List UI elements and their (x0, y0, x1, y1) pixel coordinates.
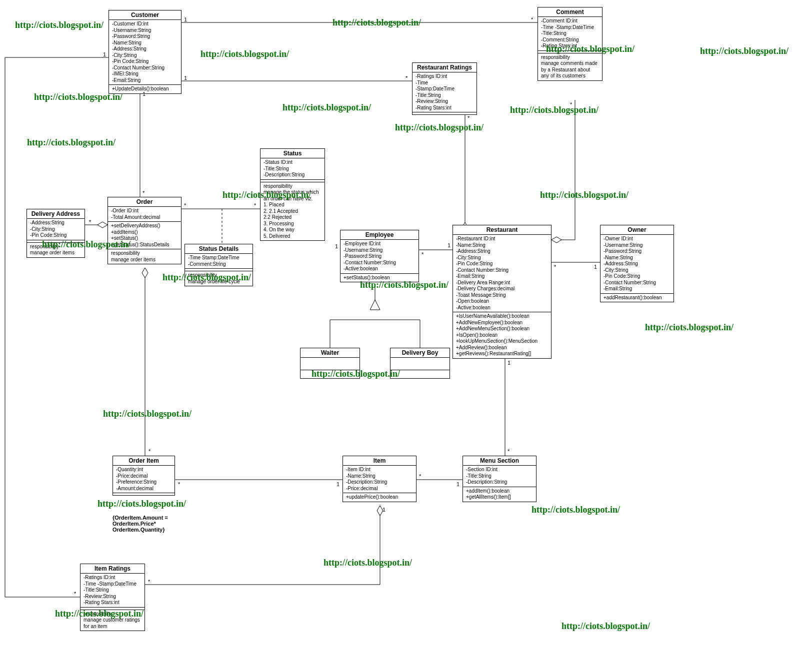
mult: * (406, 75, 408, 81)
mult: * (178, 481, 180, 487)
mult: * (531, 16, 533, 22)
mult: * (148, 448, 150, 454)
mult: * (554, 264, 556, 270)
mult: 1 (448, 242, 450, 248)
mult: 1 (142, 91, 146, 97)
watermark-url: http://ciots.blogspot.in/ (532, 505, 620, 515)
watermark-url: http://ciots.blogspot.in/ (510, 105, 598, 115)
mult: * (74, 591, 76, 597)
watermark-url: http://ciots.blogspot.in/ (360, 280, 448, 290)
watermark-url: http://ciots.blogspot.in/ (546, 44, 634, 54)
watermark-url: http://ciots.blogspot.in/ (395, 122, 484, 133)
class-order: Order -Order ID:int -Total Amount:decima… (108, 197, 182, 264)
svg-marker-23 (552, 237, 562, 243)
mult: 1 (382, 507, 386, 513)
svg-marker-12 (142, 268, 148, 278)
mult: * (419, 473, 421, 479)
mult: 1 (336, 481, 340, 487)
mult: * (184, 202, 186, 208)
class-item: Item -Item ID:int -Name:String -Descript… (342, 456, 416, 502)
watermark-url: http://ciots.blogspot.in/ (222, 190, 311, 200)
svg-marker-27 (370, 300, 380, 310)
mult: 1 (184, 75, 187, 81)
watermark-url: http://ciots.blogspot.in/ (282, 102, 371, 113)
class-delivery-address: Delivery Address -Address:String -City:S… (26, 209, 85, 258)
mult: 1 (508, 360, 510, 366)
svg-marker-7 (98, 222, 108, 228)
watermark-url: http://ciots.blogspot.in/ (34, 92, 122, 102)
uml-canvas: Customer -Customer ID:int -Username:Stri… (0, 0, 800, 672)
watermark-url: http://ciots.blogspot.in/ (540, 190, 628, 200)
class-restaurant-ratings: Restaurant Ratings -Ratings ID:int -Time… (412, 62, 477, 115)
mult: 1 (103, 51, 106, 57)
watermark-url: http://ciots.blogspot.in/ (15, 20, 104, 30)
class-owner: Owner -Owner ID:int -Username:String -Pa… (600, 225, 674, 302)
watermark-url: http://ciots.blogspot.in/ (324, 558, 412, 568)
mult: 1 (456, 481, 460, 487)
watermark-url: http://ciots.blogspot.in/ (200, 49, 289, 59)
class-title: Customer (109, 10, 181, 20)
watermark-url: http://ciots.blogspot.in/ (562, 621, 650, 632)
watermark-url: http://ciots.blogspot.in/ (55, 609, 144, 619)
class-customer: Customer -Customer ID:int -Username:Stri… (108, 10, 182, 94)
mult: 1 (594, 264, 597, 270)
mult: 1 (184, 16, 187, 22)
class-employee: Employee -Employee ID:int -Username:Stri… (340, 230, 419, 282)
watermark-url: http://ciots.blogspot.in/ (98, 499, 186, 509)
watermark-url: http://ciots.blogspot.in/ (645, 322, 734, 333)
mult: * (422, 251, 424, 257)
watermark-url: http://ciots.blogspot.in/ (162, 272, 251, 283)
class-order-item: Order Item -Quantity:int -Price:decimal … (112, 456, 175, 496)
mult: 1 (335, 243, 338, 249)
mult: * (89, 219, 91, 225)
class-restaurant: Restaurant -Restaurant ID:int -Name:Stri… (452, 225, 552, 359)
mult: * (142, 190, 144, 196)
watermark-url: http://ciots.blogspot.in/ (700, 46, 788, 56)
mult: * (468, 115, 470, 121)
mult: * (148, 579, 150, 585)
mult: * (508, 448, 510, 454)
watermark-url: http://ciots.blogspot.in/ (27, 137, 116, 148)
class-menu-section: Menu Section -Section ID:int -Title:Stri… (462, 456, 536, 502)
watermark-url: http://ciots.blogspot.in/ (332, 17, 421, 28)
watermark-url: http://ciots.blogspot.in/ (312, 369, 400, 379)
watermark-url: http://ciots.blogspot.in/ (103, 409, 192, 419)
order-item-constraint: {OrderItem.Amount = OrderItem.Price* Ord… (112, 515, 182, 533)
watermark-url: http://ciots.blogspot.in/ (42, 239, 130, 250)
mult: * (254, 202, 256, 208)
class-item-ratings: Item Ratings -Ratings ID:int -Time -Stam… (80, 564, 145, 631)
